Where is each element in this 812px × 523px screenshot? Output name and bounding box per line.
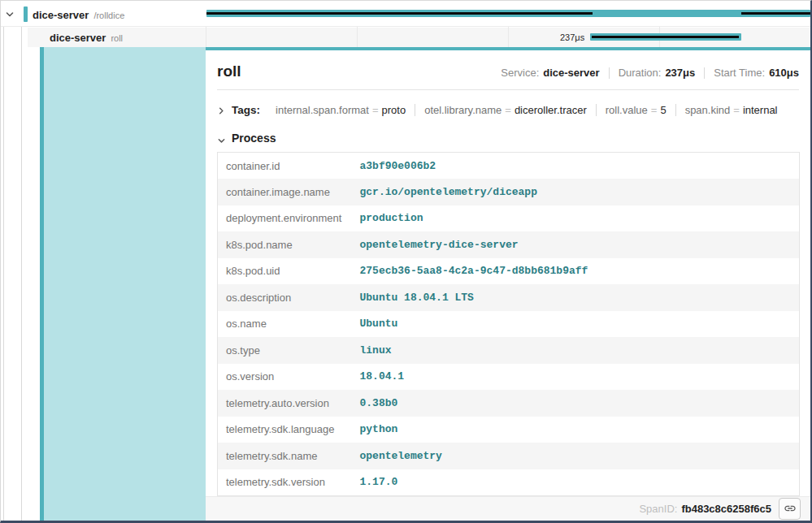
- table-row: container.image.namegcr.io/opentelemetry…: [218, 179, 800, 205]
- duration-label: Duration:: [619, 67, 662, 79]
- collapse-chevron-icon[interactable]: [5, 8, 15, 18]
- process-value: 0.38b0: [360, 390, 800, 417]
- span-row-rolldice[interactable]: dice-server/rolldice: [1, 1, 810, 27]
- service-value: dice-server: [543, 67, 599, 79]
- span-color-fill: [44, 47, 206, 521]
- tag-item: internal.span.format=proto: [267, 104, 415, 116]
- divider: [609, 67, 610, 79]
- span-rows: dice-server/rolldice dice-serverroll 237…: [1, 1, 810, 47]
- process-value: opentelemetry: [360, 443, 800, 469]
- tag-value: 5: [660, 104, 666, 116]
- service-name: dice-server: [33, 9, 89, 21]
- table-row: telemetry.auto.version0.38b0: [218, 390, 800, 417]
- process-value: production: [360, 205, 800, 232]
- service-name: dice-server: [50, 32, 106, 44]
- span-duration-label: 237μs: [560, 32, 584, 42]
- table-row: k8s.pod.nameopentelemetry-dice-server: [218, 231, 800, 258]
- process-section-toggle[interactable]: Process: [217, 130, 799, 146]
- detail-footer: SpanID: fb483c8c6258f6c5: [206, 496, 810, 521]
- table-row: os.version18.04.1: [218, 364, 800, 391]
- process-key: telemetry.sdk.version: [218, 469, 360, 496]
- span-row-roll[interactable]: dice-serverroll 237μs: [1, 28, 810, 47]
- tag-item: otel.library.name=diceroller.tracer: [415, 104, 597, 116]
- span-bar[interactable]: [590, 33, 741, 41]
- process-value: 275ecb36-5aa8-4c2a-9c47-d8bb681b9aff: [360, 258, 800, 285]
- process-key: k8s.pod.uid: [218, 258, 360, 285]
- detail-header: roll Service: dice-server Duration: 237μ…: [217, 63, 799, 80]
- process-key: deployment.environment: [218, 205, 360, 232]
- process-label: Process: [232, 132, 276, 145]
- tag-item: span.kind=internal: [676, 104, 787, 116]
- start-time-label: Start Time:: [714, 67, 765, 79]
- tag-key: otel.library.name: [424, 104, 502, 116]
- self-time-stripe: [741, 12, 810, 15]
- span-name[interactable]: dice-serverroll: [50, 30, 123, 45]
- trace-detail-page: dice-server/rolldice dice-serverroll 237…: [0, 0, 812, 523]
- chevron-right-icon[interactable]: [217, 106, 226, 115]
- process-value: python: [360, 417, 800, 443]
- equals-sign: =: [651, 104, 658, 116]
- process-table: container.ida3bf90e006b2container.image.…: [217, 152, 800, 496]
- tag-value: diceroller.tracer: [515, 104, 587, 116]
- divider: [704, 67, 705, 79]
- process-key: telemetry.auto.version: [218, 390, 360, 417]
- deep-link-button[interactable]: [779, 498, 801, 520]
- self-time-stripe: [206, 12, 593, 15]
- process-value: gcr.io/opentelemetry/diceapp: [360, 179, 800, 205]
- table-row: deployment.environmentproduction: [218, 205, 800, 232]
- operation-name: roll: [111, 33, 123, 43]
- tag-value: internal: [743, 104, 778, 116]
- span-color-chip: [24, 6, 28, 22]
- tags-section-toggle[interactable]: Tags: internal.span.format=protootel.lib…: [217, 99, 799, 120]
- table-row: os.descriptionUbuntu 18.04.1 LTS: [218, 284, 800, 311]
- indent-guide-line: [21, 27, 22, 521]
- chevron-down-icon[interactable]: [217, 134, 226, 143]
- table-row: telemetry.sdk.languagepython: [218, 417, 800, 443]
- duration-value: 237μs: [665, 67, 695, 79]
- tag-value: proto: [382, 104, 406, 116]
- process-key: os.description: [218, 284, 360, 311]
- process-value: 1.17.0: [360, 469, 800, 496]
- process-value: Ubuntu: [360, 311, 800, 338]
- span-id-value: fb483c8c6258f6c5: [681, 503, 771, 515]
- tags-label: Tags:: [232, 104, 260, 116]
- span-summary: Service: dice-server Duration: 237μs Sta…: [501, 67, 799, 79]
- span-title: roll: [217, 63, 241, 80]
- process-key: container.image.name: [218, 179, 360, 205]
- table-row: container.ida3bf90e006b2: [218, 153, 800, 179]
- tag-item: roll.value=5: [597, 104, 676, 116]
- service-label: Service:: [501, 67, 539, 79]
- process-key: container.id: [218, 153, 360, 179]
- process-value: linux: [360, 337, 800, 364]
- process-key: os.version: [218, 364, 360, 391]
- process-value: a3bf90e006b2: [360, 153, 800, 179]
- equals-sign: =: [733, 104, 740, 116]
- operation-name: /rolldice: [93, 11, 124, 20]
- header-divider: [217, 89, 799, 90]
- process-key: telemetry.sdk.language: [218, 417, 360, 443]
- self-time-stripe: [592, 36, 738, 38]
- tags-list: internal.span.format=protootel.library.n…: [267, 104, 787, 116]
- indent-guide-line: [3, 27, 4, 521]
- tag-key: internal.span.format: [276, 104, 369, 116]
- link-icon: [784, 502, 797, 515]
- span-bar[interactable]: [206, 10, 810, 17]
- table-row: k8s.pod.uid275ecb36-5aa8-4c2a-9c47-d8bb6…: [218, 258, 800, 285]
- process-value: Ubuntu 18.04.1 LTS: [360, 284, 800, 311]
- span-detail-panel: roll Service: dice-server Duration: 237μ…: [206, 47, 810, 521]
- start-time-value: 610μs: [769, 67, 799, 79]
- process-key: telemetry.sdk.name: [218, 443, 360, 469]
- table-row: os.typelinux: [218, 337, 800, 364]
- process-value: 18.04.1: [360, 364, 800, 391]
- process-value: opentelemetry-dice-server: [360, 231, 800, 258]
- tag-key: span.kind: [685, 104, 731, 116]
- process-key: os.name: [218, 311, 360, 338]
- table-row: os.nameUbuntu: [218, 311, 800, 338]
- equals-sign: =: [372, 104, 379, 116]
- span-name[interactable]: dice-server/rolldice: [33, 7, 124, 22]
- process-key: os.type: [218, 337, 360, 364]
- table-row: telemetry.sdk.nameopentelemetry: [218, 443, 800, 469]
- span-id-label: SpanID:: [639, 503, 677, 515]
- process-key: k8s.pod.name: [218, 231, 360, 258]
- equals-sign: =: [505, 104, 511, 116]
